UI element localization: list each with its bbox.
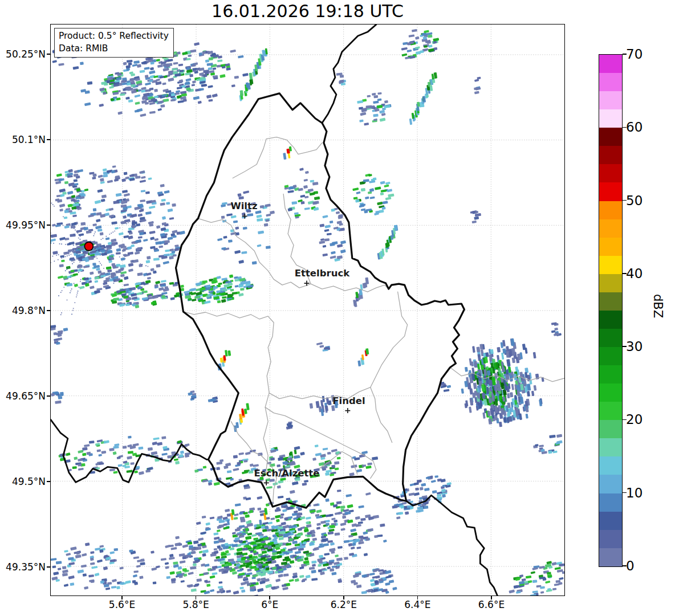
data-source-label: Data: RMIB (59, 43, 169, 55)
lon-tick-mark (417, 596, 418, 599)
lon-tick-label: 6.6°E (466, 598, 517, 611)
colorbar-tick-label: 30 (626, 338, 660, 354)
colorbar-segment (599, 128, 622, 146)
colorbar-tick-mark (623, 273, 627, 274)
lat-tick-label: 49.5°N (0, 475, 46, 488)
country-border-layer (51, 25, 497, 595)
lat-tick-label: 50.25°N (0, 48, 46, 60)
city-label: Esch/Alzette (241, 468, 332, 479)
colorbar-segment (599, 274, 622, 292)
radar-map (51, 25, 564, 595)
colorbar-tick-mark (623, 419, 627, 421)
lat-tick-mark (47, 481, 50, 482)
lat-tick-label: 49.8°N (0, 304, 46, 317)
colorbar-unit-label: dBZ (651, 294, 665, 318)
city-label: Findel (303, 395, 395, 406)
colorbar-segment (599, 311, 622, 329)
lat-tick-mark (47, 566, 50, 568)
lon-tick-label: 6.2°E (318, 598, 369, 611)
colorbar-segment (599, 530, 622, 548)
colorbar-segment (599, 91, 622, 109)
lon-tick-label: 5.6°E (96, 598, 148, 611)
lat-tick-label: 49.95°N (0, 219, 46, 231)
colorbar-segment (599, 384, 622, 402)
colorbar-tick-label: 60 (626, 119, 660, 135)
colorbar-segment (599, 146, 622, 164)
colorbar-segment (599, 164, 622, 182)
lat-tick-label: 49.35°N (0, 561, 46, 573)
colorbar-tick-mark (623, 565, 627, 566)
colorbar-segment (599, 109, 622, 128)
lat-tick-label: 49.65°N (0, 390, 46, 402)
colorbar (599, 54, 623, 567)
colorbar-segment (599, 493, 622, 512)
lon-tick-label: 6.4°E (392, 598, 443, 611)
colorbar-segment (599, 182, 622, 201)
colorbar-segment (599, 475, 622, 493)
colorbar-segment (599, 402, 622, 420)
product-info-box: Product: 0.5° Reflectivity Data: RMIB (54, 28, 174, 58)
lon-tick-mark (121, 596, 123, 599)
colorbar-segment (599, 347, 622, 365)
lon-tick-label: 5.8°E (170, 598, 222, 611)
colorbar-segment (599, 329, 622, 347)
colorbar-segment (599, 365, 622, 384)
lat-tick-mark (47, 54, 50, 55)
colorbar-segment (599, 201, 622, 219)
colorbar-segment (599, 292, 622, 311)
colorbar-segment (599, 420, 622, 438)
colorbar-tick-mark (623, 492, 627, 493)
product-label: Product: 0.5° Reflectivity (59, 30, 169, 43)
colorbar-segment (599, 438, 622, 456)
lat-tick-mark (47, 139, 50, 140)
lon-tick-mark (269, 596, 270, 599)
lat-tick-mark (47, 225, 50, 226)
colorbar-tick-label: 50 (626, 193, 660, 209)
radar-site-icon (84, 242, 93, 251)
lon-tick-mark (491, 596, 492, 599)
colorbar-tick-mark (623, 127, 627, 128)
colorbar-tick-mark (623, 346, 627, 347)
colorbar-segment (599, 256, 622, 274)
colorbar-segment (599, 238, 622, 256)
colorbar-tick-label: 70 (626, 46, 660, 62)
colorbar-segment (599, 73, 622, 91)
colorbar-segment (599, 548, 622, 566)
be-fr-border (51, 420, 208, 483)
colorbar-tick-label: 40 (626, 266, 660, 282)
lon-tick-label: 6°E (244, 598, 295, 611)
colorbar-segment (599, 55, 622, 73)
colorbar-segment (599, 512, 622, 530)
colorbar-segment (599, 456, 622, 475)
lat-tick-mark (47, 395, 50, 397)
colorbar-tick-label: 10 (626, 485, 660, 501)
city-label: Ettelbruck (276, 268, 368, 279)
colorbar-tick-mark (623, 54, 627, 55)
city-label: Wiltz (198, 201, 290, 211)
lat-tick-mark (47, 310, 50, 311)
radar-echo-layer (51, 29, 564, 595)
city-marker-icon (345, 408, 350, 413)
colorbar-tick-label: 0 (626, 558, 660, 574)
colorbar-segment (599, 219, 622, 238)
map-plot: Product: 0.5° Reflectivity Data: RMIB (50, 24, 565, 596)
canton-border-layer (183, 137, 564, 507)
lon-tick-mark (196, 596, 197, 599)
radar-figure: 16.01.2026 19:18 UTC Product: 0.5° Refle… (0, 0, 675, 616)
colorbar-tick-label: 20 (626, 411, 660, 427)
lat-tick-label: 50.1°N (0, 133, 46, 146)
figure-title: 16.01.2026 19:18 UTC (50, 1, 565, 21)
lon-tick-mark (343, 596, 344, 599)
colorbar-tick-mark (623, 200, 627, 201)
